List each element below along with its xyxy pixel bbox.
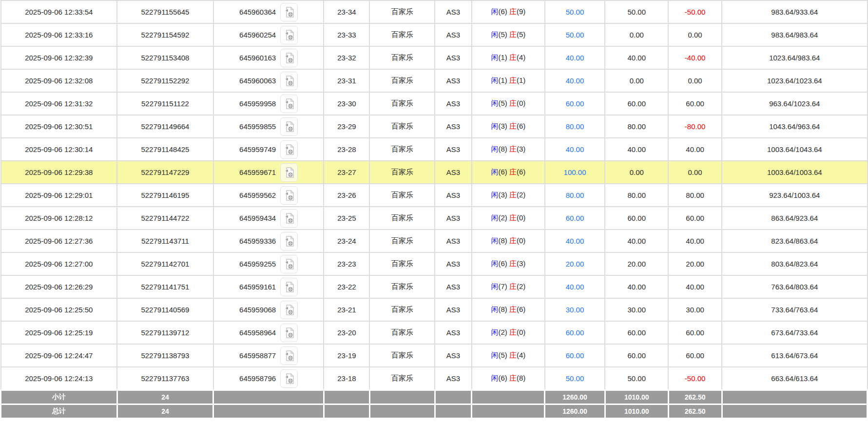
amount-link[interactable]: 50.00 bbox=[566, 31, 584, 39]
video-replay-button[interactable] bbox=[280, 26, 298, 44]
video-replay-button[interactable] bbox=[280, 301, 298, 319]
video-replay-button[interactable] bbox=[280, 278, 298, 296]
game-no-wrap: 645958877 bbox=[239, 346, 298, 365]
cell-round: 23-18 bbox=[324, 367, 369, 390]
table-row[interactable]: 2025-09-06 12:27:36 522791143711 6459593… bbox=[1, 230, 868, 252]
cell-order-no: 522791149664 bbox=[117, 115, 213, 138]
cell-game-no: 645959434 bbox=[213, 207, 324, 230]
game-no-wrap: 645959855 bbox=[239, 117, 298, 136]
game-no-text: 645959068 bbox=[239, 306, 276, 314]
cell-valid-amount: 40.00 bbox=[605, 230, 668, 252]
table-row[interactable]: 2025-09-06 12:29:38 522791147229 6459596… bbox=[1, 161, 868, 184]
table-row[interactable]: 2025-09-06 12:33:16 522791154592 6459602… bbox=[1, 23, 868, 46]
amount-link[interactable]: 40.00 bbox=[566, 54, 584, 62]
cell-order-no: 522791148425 bbox=[117, 138, 213, 161]
amount-link[interactable]: 50.00 bbox=[566, 374, 584, 383]
amount-link[interactable]: 40.00 bbox=[566, 77, 584, 85]
cell-game-type: 百家乐 bbox=[369, 46, 435, 69]
video-replay-button[interactable] bbox=[280, 163, 298, 182]
video-replay-button[interactable] bbox=[280, 140, 298, 159]
amount-link[interactable]: 20.00 bbox=[566, 260, 584, 268]
banker-score: (0) bbox=[517, 328, 525, 336]
table-row[interactable]: 2025-09-06 12:24:47 522791138793 6459588… bbox=[1, 344, 868, 367]
cell-amount: 60.00 bbox=[545, 344, 605, 367]
cell-balance: 923.64/1003.64 bbox=[722, 184, 867, 207]
cell-balance: 1023.64/1023.64 bbox=[722, 69, 867, 92]
amount-link[interactable]: 30.00 bbox=[566, 306, 584, 314]
amount-link[interactable]: 60.00 bbox=[566, 99, 584, 108]
table-row[interactable]: 2025-09-06 12:24:13 522791137763 6459587… bbox=[1, 367, 868, 390]
cell-amount: 40.00 bbox=[545, 230, 605, 252]
cell-table-code: AS3 bbox=[435, 23, 472, 46]
table-row[interactable]: 2025-09-06 12:28:12 522791144722 6459594… bbox=[1, 207, 868, 230]
amount-link[interactable]: 100.00 bbox=[564, 168, 586, 176]
player-label: 闲 bbox=[491, 305, 498, 313]
video-replay-button[interactable] bbox=[280, 209, 298, 228]
video-replay-button[interactable] bbox=[280, 117, 298, 136]
cell-balance: 1003.64/1003.64 bbox=[722, 161, 867, 184]
video-replay-button[interactable] bbox=[280, 232, 298, 250]
amount-link[interactable]: 60.00 bbox=[566, 351, 584, 360]
amount-link[interactable]: 50.00 bbox=[566, 8, 584, 16]
cell-balance: 963.64/1023.64 bbox=[722, 92, 867, 115]
video-replay-button[interactable] bbox=[280, 95, 298, 113]
amount-link[interactable]: 40.00 bbox=[566, 145, 584, 154]
game-no-text: 645960163 bbox=[239, 54, 276, 62]
cell-result: 闲(2) 庄(0) bbox=[472, 321, 545, 344]
summary-valid-amount: 1010.00 bbox=[605, 404, 668, 419]
cell-balance: 1043.64/963.64 bbox=[722, 115, 867, 138]
cell-game-no: 645960063 bbox=[213, 69, 324, 92]
table-row[interactable]: 2025-09-06 12:25:19 522791139712 6459589… bbox=[1, 321, 868, 344]
amount-link[interactable]: 80.00 bbox=[566, 191, 584, 199]
table-row[interactable]: 2025-09-06 12:30:51 522791149664 6459598… bbox=[1, 115, 868, 138]
amount-link[interactable]: 40.00 bbox=[566, 237, 584, 245]
table-row[interactable]: 2025-09-06 12:27:00 522791142701 6459592… bbox=[1, 252, 868, 275]
table-row[interactable]: 2025-09-06 12:26:29 522791141751 6459591… bbox=[1, 275, 868, 298]
table-row[interactable]: 2025-09-06 12:32:08 522791152292 6459600… bbox=[1, 69, 868, 92]
amount-link[interactable]: 40.00 bbox=[566, 283, 584, 291]
video-replay-button[interactable] bbox=[280, 49, 298, 67]
banker-label: 庄 bbox=[509, 7, 517, 16]
cell-amount: 100.00 bbox=[545, 161, 605, 184]
cell-result: 闲(8) 庄(6) bbox=[472, 298, 545, 321]
table-row[interactable]: 2025-09-06 12:32:39 522791153408 6459601… bbox=[1, 46, 868, 69]
cell-table-code: AS3 bbox=[435, 46, 472, 69]
cell-table-code: AS3 bbox=[435, 0, 472, 23]
table-row[interactable]: 2025-09-06 12:29:01 522791146195 6459595… bbox=[1, 184, 868, 207]
player-label: 闲 bbox=[491, 30, 498, 38]
banker-score: (0) bbox=[517, 99, 525, 107]
video-replay-button[interactable] bbox=[280, 72, 298, 90]
video-replay-button[interactable] bbox=[280, 255, 298, 273]
video-replay-button[interactable] bbox=[280, 186, 298, 205]
table-row[interactable]: 2025-09-06 12:31:32 522791151122 6459599… bbox=[1, 92, 868, 115]
cell-game-type: 百家乐 bbox=[369, 23, 435, 46]
banker-label: 庄 bbox=[509, 305, 517, 313]
game-no-wrap: 645959749 bbox=[239, 140, 298, 159]
cell-game-type: 百家乐 bbox=[369, 92, 435, 115]
game-no-wrap: 645958796 bbox=[239, 369, 298, 388]
cell-win-loss: 40.00 bbox=[668, 230, 722, 252]
game-no-wrap: 645959562 bbox=[239, 186, 298, 205]
table-row[interactable]: 2025-09-06 12:33:54 522791155645 6459603… bbox=[1, 0, 868, 23]
amount-link[interactable]: 80.00 bbox=[566, 122, 584, 131]
cell-table-code: AS3 bbox=[435, 161, 472, 184]
video-replay-button[interactable] bbox=[280, 324, 298, 342]
table-row[interactable]: 2025-09-06 12:25:50 522791140569 6459590… bbox=[1, 298, 868, 321]
cell-result: 闲(6) 庄(8) bbox=[472, 367, 545, 390]
amount-link[interactable]: 60.00 bbox=[566, 328, 584, 337]
video-replay-button[interactable] bbox=[280, 346, 298, 365]
summary-count: 24 bbox=[117, 404, 213, 419]
cell-order-no: 522791139712 bbox=[117, 321, 213, 344]
cell-balance: 1003.64/1043.64 bbox=[722, 138, 867, 161]
video-replay-button[interactable] bbox=[280, 3, 298, 21]
cell-round: 23-19 bbox=[324, 344, 369, 367]
summary-label: 总计 bbox=[1, 404, 117, 419]
game-no-text: 645959749 bbox=[239, 145, 276, 154]
amount-link[interactable]: 60.00 bbox=[566, 214, 584, 222]
video-replay-button[interactable] bbox=[280, 369, 298, 388]
table-row[interactable]: 2025-09-06 12:30:14 522791148425 6459597… bbox=[1, 138, 868, 161]
summary-amount: 1260.00 bbox=[545, 390, 605, 404]
game-no-wrap: 645960163 bbox=[239, 49, 298, 67]
banker-score: (3) bbox=[517, 145, 525, 153]
summary-empty-cell bbox=[213, 390, 324, 404]
